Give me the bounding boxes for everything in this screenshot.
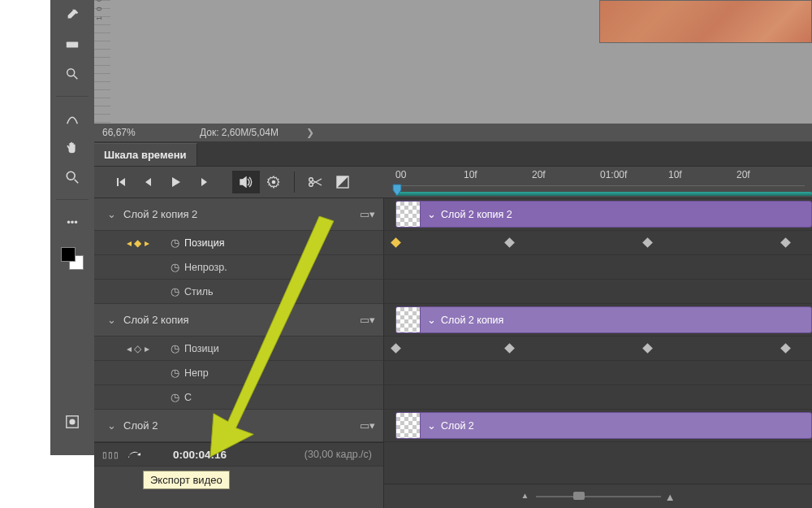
timeline-settings-button[interactable] — [260, 171, 287, 193]
current-time[interactable]: 0:00:04:16 — [173, 449, 227, 461]
mute-audio-button[interactable] — [232, 171, 260, 193]
stopwatch-icon[interactable]: ◷ — [171, 367, 179, 379]
keyframe-track[interactable] — [384, 255, 812, 280]
clip-track[interactable]: ⌄ Слой 2 копия — [384, 304, 812, 336]
slider-knob[interactable] — [573, 492, 585, 500]
stopwatch-icon[interactable]: ◷ — [171, 285, 179, 297]
layer-header[interactable]: ⌄ Слой 2 копия 2 ▭▾ — [94, 198, 383, 231]
keyframe-icon[interactable] — [504, 237, 515, 248]
property-label: Непрозр. — [184, 262, 227, 273]
svg-point-5 — [272, 180, 276, 185]
hand-tool-icon[interactable] — [63, 139, 81, 157]
stopwatch-icon[interactable]: ◷ — [171, 342, 179, 354]
keyframe-icon[interactable] — [780, 237, 791, 248]
edit-toolbar-icon[interactable]: ••• — [63, 213, 81, 231]
color-swatches[interactable] — [61, 247, 84, 270]
frame-rate[interactable]: (30,00 кадр./c) — [304, 449, 372, 460]
next-frame-button[interactable] — [190, 171, 218, 193]
layer-name[interactable]: Слой 2 копия — [120, 314, 360, 326]
zoom-tool-icon[interactable] — [63, 168, 81, 186]
canvas-area[interactable]: 1 0 0 0 1 — [94, 0, 812, 124]
svg-rect-0 — [67, 41, 78, 47]
layer-name[interactable]: Слой 2 копия 2 — [120, 208, 360, 220]
tracks-area[interactable]: 00 10f 20f 01:00f 10f 20f ⌄ Слой 2 копия — [384, 198, 812, 508]
path-tool-icon[interactable] — [63, 110, 81, 128]
chevron-down-icon[interactable]: ⌄ — [427, 419, 436, 432]
zoom-level[interactable]: 66,67% — [94, 127, 175, 138]
keyframe-icon[interactable] — [391, 237, 401, 248]
timeline-panel: Шкала времени ⌄ Слой 2 копия 2 ▭▾ ◂ ◆ ▸ … — [94, 141, 812, 508]
property-label: Непр — [184, 367, 209, 379]
video-clip[interactable]: ⌄ Слой 2 — [395, 412, 812, 439]
video-clip[interactable]: ⌄ Слой 2 копия 2 — [395, 201, 812, 228]
keyframe-track[interactable] — [384, 280, 812, 304]
tab-timeline[interactable]: Шкала времени — [94, 143, 197, 166]
clip-thumbnail — [396, 413, 421, 438]
transition-button[interactable] — [329, 171, 356, 193]
tools-toolbar: ••• — [50, 0, 94, 455]
playhead-icon[interactable] — [392, 184, 402, 197]
svg-point-2 — [67, 172, 75, 180]
property-row-style[interactable]: ◷ Стиль — [94, 280, 383, 304]
svg-point-1 — [67, 69, 75, 76]
video-toggle-icon[interactable]: ▭▾ — [360, 314, 375, 326]
chevron-down-icon[interactable]: ⌄ — [427, 208, 436, 220]
layer-list: ⌄ Слой 2 копия 2 ▭▾ ◂ ◆ ▸ ◷ Позиция ◷ Не… — [94, 198, 384, 508]
canvas-image[interactable] — [599, 0, 812, 43]
keyframe-icon[interactable] — [504, 343, 515, 354]
video-toggle-icon[interactable]: ▭▾ — [360, 419, 375, 432]
keyframe-track[interactable] — [384, 336, 812, 361]
property-label: Позиция — [184, 237, 224, 249]
chevron-down-icon[interactable]: ⌄ — [102, 208, 120, 220]
video-toggle-icon[interactable]: ▭▾ — [360, 208, 375, 220]
layer-header[interactable]: ⌄ Слой 2 копия ▭▾ — [94, 304, 383, 336]
eyedropper-tool-icon[interactable] — [63, 7, 81, 24]
keyframe-nav[interactable]: ◂ ◇ ▸ — [114, 343, 162, 354]
keyframe-icon[interactable] — [391, 343, 401, 354]
property-row-opacity[interactable]: ◷ Непрозр. — [94, 255, 383, 280]
keyframe-icon[interactable] — [642, 237, 653, 248]
stopwatch-icon[interactable]: ◷ — [171, 237, 179, 249]
svg-point-4 — [69, 419, 75, 424]
tooltip-export-video: Экспорт видео — [143, 471, 230, 489]
work-area-bar[interactable] — [395, 192, 812, 196]
property-row-opacity[interactable]: ◷ Непр — [94, 361, 383, 385]
layer-name[interactable]: Слой 2 — [120, 419, 360, 432]
export-video-button[interactable] — [127, 448, 140, 462]
convert-frames-icon[interactable]: ▯▯▯ — [102, 450, 119, 459]
dodge-tool-icon[interactable] — [63, 65, 81, 83]
clip-label: Слой 2 копия 2 — [441, 209, 512, 220]
video-clip[interactable]: ⌄ Слой 2 копия — [395, 306, 812, 333]
doc-size[interactable]: Док: 2,60M/5,04M — [175, 127, 279, 138]
split-clip-button[interactable] — [301, 171, 329, 193]
clip-track[interactable]: ⌄ Слой 2 копия 2 — [384, 198, 812, 231]
play-button[interactable] — [162, 171, 190, 193]
keyframe-track[interactable] — [384, 385, 812, 410]
property-row-position[interactable]: ◂ ◇ ▸ ◷ Позици — [94, 336, 383, 361]
clip-thumbnail — [396, 202, 421, 227]
clip-label: Слой 2 — [441, 420, 474, 432]
keyframe-track[interactable] — [384, 361, 812, 385]
vertical-ruler[interactable]: 1 0 0 0 1 — [94, 0, 110, 124]
status-more-icon[interactable]: ❯ — [306, 127, 314, 138]
ruler-tick: 10f — [464, 169, 532, 185]
quick-mask-icon[interactable] — [63, 413, 81, 431]
keyframe-nav[interactable]: ◂ ◆ ▸ — [114, 237, 162, 249]
keyframe-icon[interactable] — [642, 343, 653, 354]
time-ruler[interactable]: 00 10f 20f 01:00f 10f 20f — [384, 166, 812, 198]
property-row-position[interactable]: ◂ ◆ ▸ ◷ Позиция — [94, 231, 383, 255]
prev-frame-button[interactable] — [135, 171, 162, 193]
stopwatch-icon[interactable]: ◷ — [171, 391, 179, 403]
chevron-down-icon[interactable]: ⌄ — [427, 314, 436, 326]
property-row-style[interactable]: ◷ С — [94, 385, 383, 410]
chevron-down-icon[interactable]: ⌄ — [102, 314, 120, 326]
go-to-first-frame-button[interactable] — [107, 171, 135, 193]
timeline-zoom-slider[interactable]: ▲ ▲ — [521, 494, 676, 499]
chevron-down-icon[interactable]: ⌄ — [102, 419, 120, 432]
layer-header[interactable]: ⌄ Слой 2 ▭▾ — [94, 410, 383, 442]
clip-track[interactable]: ⌄ Слой 2 — [384, 410, 812, 442]
gradient-tool-icon[interactable] — [63, 36, 81, 54]
stopwatch-icon[interactable]: ◷ — [171, 261, 179, 273]
keyframe-track[interactable] — [384, 231, 812, 255]
keyframe-icon[interactable] — [780, 343, 791, 354]
